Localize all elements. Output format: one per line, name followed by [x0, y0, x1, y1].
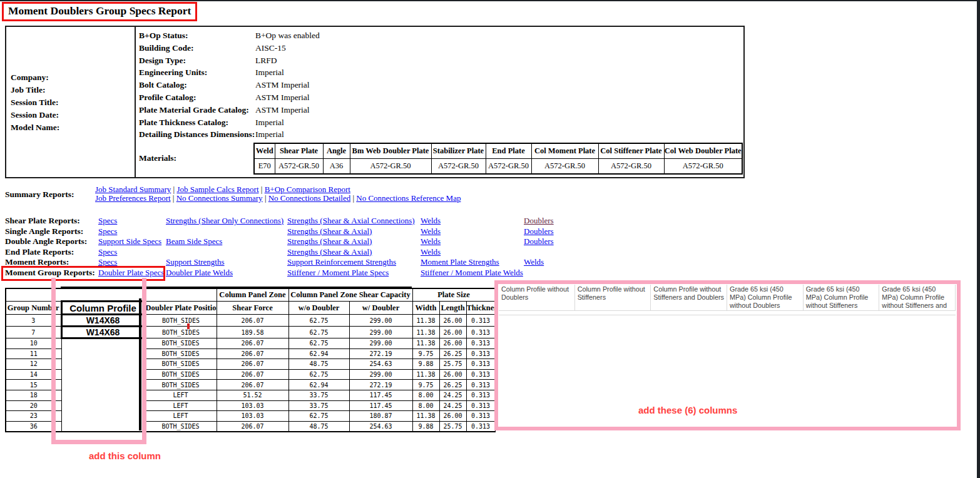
- table-cell: 26.00: [439, 327, 466, 338]
- column-profile-cell: [61, 411, 145, 422]
- materials-value-cell: A572-GR.50: [431, 159, 486, 175]
- summary-report-link[interactable]: No Connections Detailed: [268, 193, 350, 203]
- materials-header-cell: End Plate: [486, 143, 531, 159]
- table-cell: 11.38: [412, 327, 439, 338]
- report-link[interactable]: Specs: [98, 226, 117, 236]
- job-setting-row: Profile Catalog:ASTM Imperial: [139, 93, 320, 105]
- summary-reports-links: Job Standard Summary | Job Sample Calcs …: [95, 185, 461, 203]
- report-link[interactable]: Welds: [524, 257, 544, 267]
- report-link[interactable]: Strengths (Shear & Axial): [287, 247, 372, 257]
- add-these-columns-note: add these (6) columns: [638, 405, 737, 415]
- table-cell: 0.313: [466, 348, 495, 359]
- report-link[interactable]: Beam Side Specs: [166, 236, 222, 247]
- table-cell: BOTH_SIDES: [145, 327, 217, 338]
- report-link[interactable]: Support Reinforcement Strengths: [287, 257, 396, 267]
- table-cell: 0.313: [466, 390, 495, 400]
- table-cell: 299.00: [349, 338, 412, 349]
- table-cell: BOTH_SIDES: [145, 338, 217, 349]
- job-identity-label: Session Date:: [11, 109, 59, 121]
- report-link[interactable]: Doubler Plate Welds: [166, 268, 233, 278]
- report-link[interactable]: Support Side Specs: [98, 236, 161, 247]
- text-cursor-artifact: [187, 323, 190, 329]
- table-cell: 9.88: [412, 359, 439, 370]
- report-link[interactable]: Welds: [421, 216, 441, 226]
- job-setting-value: B+Op was enabled: [255, 31, 320, 40]
- report-link[interactable]: Strengths (Shear Only Connections): [166, 216, 283, 226]
- table-cell: 0.313: [466, 369, 495, 380]
- link-separator: |: [263, 193, 268, 203]
- report-link[interactable]: Strengths (Shear & Axial Connections): [287, 216, 415, 226]
- table-cell: 26.00: [439, 411, 466, 422]
- table-cell: 33.75: [288, 400, 349, 411]
- table-cell: LEFT: [145, 400, 217, 411]
- table-cell: 25.75: [439, 421, 466, 432]
- table-cell: BOTH_SIDES: [145, 380, 217, 390]
- doubler-specs-table: Column Panel ZoneColumn Panel Zone Shear…: [5, 288, 496, 432]
- report-link[interactable]: Stiffener / Moment Plate Welds: [421, 268, 523, 278]
- summary-report-link[interactable]: No Connections Reference Map: [356, 193, 461, 203]
- report-link[interactable]: Doublers: [524, 236, 554, 247]
- column-profile-cell: [61, 400, 145, 411]
- summary-report-link[interactable]: Job Standard Summary: [95, 185, 171, 194]
- table-cell: BOTH_SIDES: [145, 348, 217, 359]
- table-cell: 9.75: [412, 380, 439, 390]
- annotation-black-column-line: [139, 298, 141, 430]
- table-cell: 299.00: [349, 369, 412, 380]
- proposed-column-header: Grade 65 ksi (450 MPa) Column Profile wi…: [727, 285, 804, 310]
- report-link[interactable]: Specs: [98, 247, 117, 257]
- report-link[interactable]: Strengths (Shear & Axial): [287, 226, 372, 236]
- table-column-header-cell: w/o Doubler: [288, 302, 349, 315]
- table-row: 12BOTH_SIDES206.0748.75254.639.8825.750.…: [6, 359, 495, 370]
- table-cell: BOTH_SIDES: [145, 359, 217, 370]
- table-cell: 62.75: [288, 315, 349, 327]
- table-cell: 51.52: [217, 390, 288, 400]
- report-link[interactable]: Doublers: [524, 216, 554, 226]
- summary-report-link[interactable]: Job Preferences Report: [95, 193, 171, 203]
- summary-report-link[interactable]: Job Sample Calcs Report: [176, 185, 258, 194]
- summary-report-link[interactable]: No Connections Summary: [176, 193, 263, 203]
- report-link[interactable]: Moment Plate Strengths: [421, 257, 499, 267]
- job-setting-label: B+Op Status:: [139, 31, 255, 41]
- report-link[interactable]: Welds: [421, 247, 441, 257]
- table-cell: 0.313: [466, 421, 495, 432]
- add-this-column-note: add this column: [89, 450, 161, 461]
- table-cell: 25.75: [439, 359, 466, 370]
- column-profile-cell: W14X68: [61, 327, 145, 338]
- materials-label: Materials:: [139, 153, 176, 163]
- table-row: 11BOTH_SIDES206.0762.94272.199.7526.250.…: [6, 348, 495, 359]
- table-cell: 26.00: [439, 369, 466, 380]
- report-link[interactable]: Support Strengths: [166, 257, 225, 267]
- materials-value-cell: A572-GR.50: [350, 159, 431, 175]
- job-setting-label: Bolt Catalog:: [139, 80, 255, 90]
- table-cell: 103.03: [217, 400, 288, 411]
- report-row: Double Angle Reports:Support Side SpecsB…: [0, 236, 626, 247]
- table-cell: 62.94: [288, 348, 349, 359]
- table-cell: 117.45: [349, 390, 412, 400]
- job-setting-value: Imperial: [255, 68, 284, 77]
- table-cell: BOTH_SIDES: [145, 315, 217, 327]
- table-column-header-cell: w/ Doubler: [349, 302, 412, 315]
- report-link[interactable]: Strengths (Shear & Axial): [287, 236, 372, 247]
- table-cell: 26.00: [439, 338, 466, 349]
- report-link[interactable]: Welds: [421, 236, 441, 247]
- job-setting-label: Building Code:: [139, 43, 255, 53]
- table-cell: 11.38: [412, 369, 439, 380]
- report-row-label: Double Angle Reports:: [5, 236, 87, 247]
- table-group-header-cell: Plate Size: [412, 288, 495, 302]
- table-cell: 0.313: [466, 400, 495, 411]
- report-link[interactable]: Welds: [421, 226, 441, 236]
- column-profile-cell: [61, 348, 145, 359]
- report-link[interactable]: Specs: [98, 216, 117, 226]
- materials-value-cell: A572-GR.50: [486, 159, 531, 175]
- summary-report-link[interactable]: B+Op Comparison Report: [265, 185, 350, 194]
- table-column-header-cell: Doubler Plate Position: [145, 302, 217, 315]
- table-cell: 206.07: [217, 380, 288, 390]
- table-cell: 299.00: [349, 315, 412, 327]
- job-setting-label: Plate Material Grade Catalog:: [139, 105, 255, 115]
- page-title: Moment Doublers Group Specs Report: [2, 2, 197, 21]
- window-right-edge: [977, 0, 980, 478]
- table-column-header-cell: Length: [439, 302, 466, 315]
- report-link[interactable]: Doublers: [524, 226, 554, 236]
- report-row-label: End Plate Reports:: [5, 247, 74, 257]
- report-link[interactable]: Stiffener / Moment Plate Specs: [287, 268, 389, 278]
